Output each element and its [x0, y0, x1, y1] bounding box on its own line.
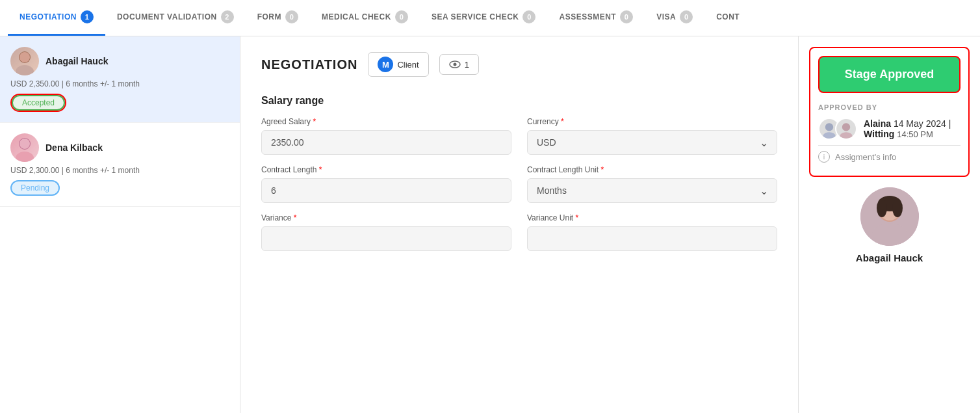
tab-medical-check[interactable]: MEDICAL CHECK 0	[310, 0, 420, 36]
tab-document-validation-label: DOCUMENT VALIDATION	[117, 12, 217, 21]
tab-form-label: FORM	[257, 12, 281, 21]
contract-length-unit-select[interactable]: Months Weeks Days	[527, 178, 777, 203]
variance-unit-input[interactable]	[527, 226, 777, 251]
candidates-sidebar: Abagail Hauck USD 2,350.00 | 6 months +/…	[0, 36, 240, 413]
status-badge-2: Pending	[10, 180, 60, 196]
approver-info: Alaina 14 May 2024 | Witting 14:50 PM	[864, 118, 951, 139]
currency-select[interactable]: USD EUR GBP	[527, 130, 777, 155]
tab-negotiation[interactable]: NEGOTIATION 1	[8, 0, 105, 36]
contract-length-input[interactable]	[261, 178, 511, 203]
view-button[interactable]: 1	[439, 54, 479, 75]
required-star-contract: *	[319, 165, 322, 174]
info-icon: i	[818, 151, 830, 163]
agreed-salary-label: Agreed Salary *	[261, 117, 511, 126]
approver-date: 14 May 2024 |	[894, 118, 951, 129]
view-count: 1	[465, 60, 469, 70]
svg-point-4	[16, 152, 34, 162]
contract-length-group: Contract Length *	[261, 165, 511, 203]
contract-length-label: Contract Length *	[261, 165, 511, 174]
variance-label: Variance *	[261, 213, 511, 222]
tab-document-validation-badge: 2	[221, 10, 234, 23]
avatar-dena	[10, 133, 39, 162]
tab-visa-badge: 0	[680, 10, 693, 23]
variance-unit-group: Variance Unit *	[527, 213, 777, 251]
svg-point-5	[19, 139, 30, 149]
variance-group: Variance *	[261, 213, 511, 251]
approver-avatars	[818, 118, 857, 140]
approved-box: Stage Approved APPROVED BY	[809, 47, 970, 177]
eye-icon	[449, 59, 461, 70]
tab-sea-service-check[interactable]: SEA SERVICE CHECK 0	[420, 0, 548, 36]
assignment-info[interactable]: i Assigment's info	[818, 145, 961, 168]
tab-sea-service-check-label: SEA SERVICE CHECK	[432, 12, 519, 21]
agreed-salary-input[interactable]	[261, 130, 511, 155]
tab-form[interactable]: FORM 0	[246, 0, 310, 36]
profile-avatar-large	[860, 187, 919, 246]
variance-input[interactable]	[261, 226, 511, 251]
currency-group: Currency * USD EUR GBP	[527, 117, 777, 155]
stage-approved-button[interactable]: Stage Approved	[818, 56, 961, 93]
approver-name-first: Alaina	[864, 118, 891, 129]
variance-unit-label: Variance Unit *	[527, 213, 777, 222]
currency-label: Currency *	[527, 117, 777, 126]
candidate-info-1: USD 2,350.00 | 6 months +/- 1 month	[10, 79, 229, 88]
candidate-header-1: Abagail Hauck	[10, 47, 229, 75]
tab-cont-label: CONT	[716, 12, 740, 21]
m-icon: M	[378, 57, 393, 72]
approver-name-last: Witting	[864, 129, 894, 139]
approver-row: Alaina 14 May 2024 | Witting 14:50 PM	[818, 118, 961, 140]
tab-negotiation-label: NEGOTIATION	[19, 12, 77, 21]
svg-point-1	[16, 65, 34, 75]
svg-point-18	[892, 199, 903, 217]
approver-avatar-2	[835, 118, 857, 140]
svg-point-7	[453, 63, 456, 66]
candidate-name-1: Abagail Hauck	[45, 56, 108, 66]
tab-sea-service-check-badge: 0	[522, 10, 535, 23]
candidate-info-2: USD 2,300.00 | 6 months +/- 1 month	[10, 166, 229, 175]
candidate-header-2: Dena Kilback	[10, 133, 229, 162]
required-star: *	[313, 117, 316, 126]
required-star-variance-unit: *	[576, 213, 579, 222]
agreed-salary-group: Agreed Salary *	[261, 117, 511, 155]
candidate-card-1[interactable]: Abagail Hauck USD 2,350.00 | 6 months +/…	[0, 36, 240, 123]
right-panel: Stage Approved APPROVED BY	[798, 36, 980, 413]
tab-form-badge: 0	[285, 10, 298, 23]
svg-point-9	[823, 132, 835, 140]
required-star-variance: *	[294, 213, 297, 222]
tab-medical-check-badge: 0	[395, 10, 408, 23]
negotiation-header: NEGOTIATION M Client 1	[261, 52, 777, 77]
candidate-name-2: Dena Kilback	[45, 142, 103, 153]
svg-point-2	[19, 52, 30, 62]
tab-assessment[interactable]: ASSESSMENT 0	[547, 0, 645, 36]
main-layout: Abagail Hauck USD 2,350.00 | 6 months +/…	[0, 36, 980, 413]
approved-by-label: APPROVED BY	[818, 103, 961, 111]
status-badge-1: Accepted	[12, 95, 65, 111]
tab-cont[interactable]: CONT	[704, 2, 751, 34]
svg-point-8	[825, 123, 833, 131]
tab-negotiation-badge: 1	[81, 10, 94, 23]
approver-time: 14:50 PM	[897, 129, 933, 139]
tab-document-validation[interactable]: DOCUMENT VALIDATION 2	[105, 0, 246, 36]
client-label: Client	[397, 60, 419, 70]
tab-assessment-badge: 0	[620, 10, 633, 23]
svg-point-10	[842, 123, 850, 131]
salary-form-grid: Agreed Salary * Currency * USD EUR	[261, 117, 777, 251]
salary-range-section: Salary range Agreed Salary * Currency *	[261, 95, 777, 251]
tab-assessment-label: ASSESSMENT	[559, 12, 616, 21]
salary-range-title: Salary range	[261, 95, 777, 107]
negotiation-content: NEGOTIATION M Client 1 Salary range	[240, 36, 798, 413]
top-nav-tabs: NEGOTIATION 1 DOCUMENT VALIDATION 2 FORM…	[0, 0, 980, 36]
required-star-unit: *	[600, 165, 604, 174]
client-button[interactable]: M Client	[368, 52, 428, 77]
svg-point-11	[840, 132, 852, 140]
profile-name: Abagail Hauck	[856, 252, 923, 263]
tab-visa-label: VISA	[656, 12, 676, 21]
tab-visa[interactable]: VISA 0	[645, 0, 704, 36]
avatar-abagail	[10, 47, 39, 75]
negotiation-title: NEGOTIATION	[261, 57, 357, 72]
candidate-card-2[interactable]: Dena Kilback USD 2,300.00 | 6 months +/-…	[0, 123, 240, 207]
contract-length-unit-wrapper: Months Weeks Days	[527, 178, 777, 203]
required-star-currency: *	[561, 117, 564, 126]
assignment-info-label: Assigment's info	[835, 152, 896, 162]
contract-length-unit-group: Contract Length Unit * Months Weeks Days	[527, 165, 777, 203]
